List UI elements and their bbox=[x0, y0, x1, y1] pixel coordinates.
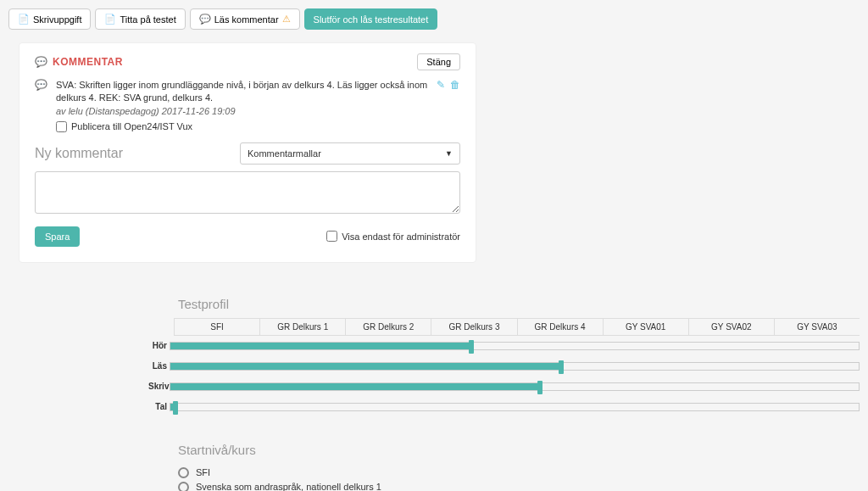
chart-col-label: GR Delkurs 1 bbox=[259, 319, 345, 335]
testprofil-section: Testprofil SFI GR Delkurs 1 GR Delkurs 2… bbox=[8, 280, 860, 434]
delete-icon[interactable]: 🗑 bbox=[450, 79, 460, 134]
chart-row-hor: Hör bbox=[178, 336, 860, 356]
chart-col-label: GR Delkurs 3 bbox=[431, 319, 516, 335]
testprofil-title: Testprofil bbox=[178, 297, 860, 311]
radio-list: SFI Svenska som andraspråk, nationell de… bbox=[178, 466, 860, 491]
chart-col-label: GY SVA01 bbox=[603, 319, 688, 335]
document-icon: 📄 bbox=[104, 14, 116, 25]
comment-item: 💬 SVA: Skriften ligger inom grundläggand… bbox=[35, 79, 460, 134]
startniva-title: Startnivå/kurs bbox=[178, 443, 860, 457]
slutfor-button[interactable]: Slutför och lås testresultatet bbox=[304, 8, 438, 30]
chart-header: SFI GR Delkurs 1 GR Delkurs 2 GR Delkurs… bbox=[174, 318, 860, 336]
template-select[interactable]: Kommentarmallar bbox=[240, 142, 460, 165]
template-select-value: Kommentarmallar bbox=[248, 148, 321, 159]
chart-col-label: GY SVA03 bbox=[774, 319, 860, 335]
slutfor-label: Slutför och lås testresultatet bbox=[314, 14, 429, 25]
radio-icon bbox=[178, 467, 189, 478]
chart-col-label: GR Delkurs 4 bbox=[517, 319, 603, 335]
publish-label: Publicera till Open24/IST Vux bbox=[71, 120, 192, 133]
save-button[interactable]: Spara bbox=[35, 226, 80, 247]
chat-icon: 💬 bbox=[199, 14, 211, 25]
bar-track[interactable] bbox=[170, 382, 860, 391]
las-kommentar-button[interactable]: 💬 Läs kommentar ⚠ bbox=[190, 8, 300, 30]
chart-row-skriv: Skriv bbox=[178, 377, 860, 397]
edit-icon[interactable]: ✎ bbox=[437, 79, 445, 134]
comment-panel-title: KOMMENTAR bbox=[53, 56, 123, 68]
comment-panel: 💬 KOMMENTAR Stäng 💬 SVA: Skriften ligger… bbox=[19, 42, 476, 263]
admin-only-label: Visa endast för administratör bbox=[342, 232, 460, 242]
bar-track[interactable] bbox=[170, 403, 860, 411]
chart-row-tal: Tal bbox=[178, 397, 860, 417]
comment-meta: av lelu (Distanspedagog) 2017-11-26 19:0… bbox=[56, 105, 428, 118]
titta-label: Titta på testet bbox=[120, 14, 175, 25]
radio-label: Svenska som andraspråk, nationell delkur… bbox=[196, 482, 381, 491]
bar-track[interactable] bbox=[170, 362, 860, 371]
comment-text: SVA: Skriften ligger inom grundläggande … bbox=[56, 79, 428, 105]
chat-icon: 💬 bbox=[35, 56, 47, 68]
radio-label: SFI bbox=[196, 467, 210, 477]
chart-col-label: SFI bbox=[174, 319, 259, 335]
close-button[interactable]: Stäng bbox=[417, 53, 460, 70]
bar-handle[interactable] bbox=[469, 340, 474, 354]
bar-handle[interactable] bbox=[173, 401, 178, 415]
new-comment-label: Ny kommentar bbox=[35, 146, 123, 161]
document-icon: 📄 bbox=[18, 14, 30, 25]
las-kommentar-label: Läs kommentar bbox=[214, 14, 279, 25]
bar-track[interactable] bbox=[170, 342, 860, 350]
skrivuppgift-button[interactable]: 📄 Skrivuppgift bbox=[8, 8, 91, 30]
toolbar: 📄 Skrivuppgift 📄 Titta på testet 💬 Läs k… bbox=[8, 8, 860, 30]
warning-icon: ⚠ bbox=[282, 14, 291, 25]
chart-col-label: GR Delkurs 2 bbox=[345, 319, 431, 335]
radio-icon bbox=[178, 482, 189, 491]
chart-row-las: Läs bbox=[178, 356, 860, 377]
radio-item[interactable]: SFI bbox=[178, 466, 860, 480]
titta-button[interactable]: 📄 Titta på testet bbox=[95, 8, 185, 30]
admin-only-checkbox[interactable] bbox=[326, 231, 337, 242]
comment-textarea[interactable] bbox=[35, 171, 460, 214]
radio-item[interactable]: Svenska som andraspråk, nationell delkur… bbox=[178, 480, 860, 491]
startniva-section: Startnivå/kurs SFI Svenska som andrasprå… bbox=[8, 434, 860, 491]
publish-checkbox[interactable] bbox=[56, 121, 67, 132]
skrivuppgift-label: Skrivuppgift bbox=[33, 14, 81, 25]
chart-col-label: GY SVA02 bbox=[688, 319, 774, 335]
bar-handle[interactable] bbox=[537, 381, 542, 394]
chat-icon: 💬 bbox=[35, 79, 47, 134]
testprofil-chart: SFI GR Delkurs 1 GR Delkurs 2 GR Delkurs… bbox=[178, 318, 860, 417]
bar-handle[interactable] bbox=[559, 360, 564, 374]
